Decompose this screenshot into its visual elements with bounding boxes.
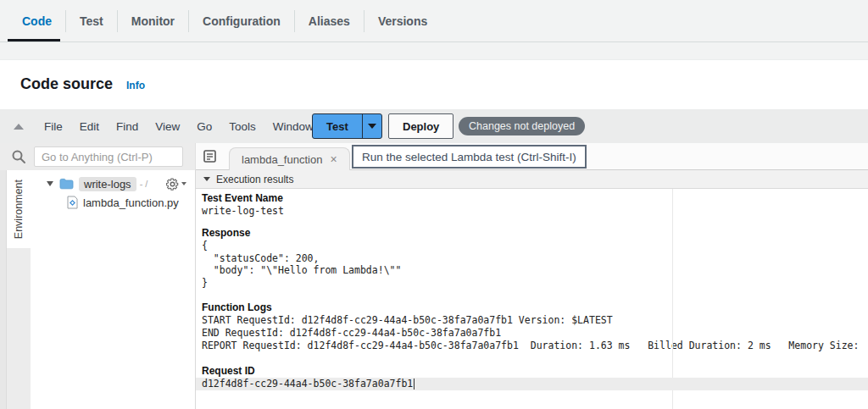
request-id-label: Request ID: [202, 365, 868, 378]
tree-row-folder[interactable]: write-logs - /: [31, 174, 195, 193]
menu-file[interactable]: File: [36, 120, 71, 133]
results-pane: Execution results Test Event Name write-…: [196, 170, 868, 409]
file-name: lambda_function.py: [83, 196, 179, 209]
menu-go[interactable]: Go: [188, 120, 220, 133]
text-cursor: [414, 379, 415, 390]
chevron-down-icon[interactable]: [47, 181, 53, 186]
function-logs-label: Function Logs: [202, 301, 868, 314]
info-link[interactable]: Info: [126, 80, 145, 91]
deploy-button[interactable]: Deploy: [388, 113, 453, 139]
tabbar-rule: [0, 41, 868, 42]
chevron-down-icon: [181, 182, 186, 185]
menu-find[interactable]: Find: [108, 120, 147, 133]
editor-tab-lambda-function[interactable]: lambda_function ×: [229, 147, 350, 170]
test-dropdown-button[interactable]: [362, 114, 381, 138]
environment-rail-label: Environment: [13, 180, 25, 239]
file-tree-panel: write-logs - /: [31, 170, 196, 409]
run-test-tooltip: Run the selected Lambda test (Ctrl-Shift…: [352, 145, 587, 169]
folder-name: write-logs: [79, 177, 136, 191]
test-event-name-label: Test Event Name: [202, 192, 868, 205]
card-header: Code source Info: [0, 60, 868, 109]
execution-results-label: Execution results: [216, 174, 293, 185]
request-id-line[interactable]: d12f4d8f-cc29-44a4-b50c-38fa7a0a7fb1: [196, 378, 868, 390]
chevron-down-icon: [203, 177, 210, 181]
environment-rail-tab[interactable]: Environment: [7, 170, 31, 248]
gear-icon: [166, 178, 179, 191]
go-to-anything-input[interactable]: [34, 146, 183, 167]
tree-settings-control[interactable]: [166, 178, 186, 191]
search-area: [0, 143, 196, 170]
tab-configuration[interactable]: Configuration: [189, 0, 294, 42]
folder-path-suffix: - /: [140, 179, 148, 189]
menu-view[interactable]: View: [147, 120, 188, 133]
test-button[interactable]: Test: [313, 114, 362, 138]
folder-icon: [59, 178, 74, 190]
python-file-icon: [67, 196, 78, 209]
page-title: Code source: [20, 75, 113, 93]
request-id-value: d12f4d8f-cc29-44a4-b50c-38fa7a0a7fb1: [202, 378, 413, 390]
tab-monitor[interactable]: Monitor: [118, 0, 188, 42]
response-json: { "statusCode": 200, "body": "\"Hello fr…: [202, 240, 868, 290]
changes-not-deployed-badge: Changes not deployed: [459, 117, 585, 135]
tab-list-icon[interactable]: [203, 150, 218, 163]
editor-tab-label: lambda_function: [242, 153, 322, 166]
tab-versions[interactable]: Versions: [364, 0, 441, 42]
tab-aliases[interactable]: Aliases: [295, 0, 364, 42]
ide-body: lambda_function × Run the selected Lambd…: [0, 143, 868, 409]
collapse-menubar-icon[interactable]: [14, 124, 24, 130]
test-split-button[interactable]: Test: [312, 113, 382, 139]
side-rail: Environment: [0, 170, 31, 409]
workspace: Environment write-logs - /: [0, 170, 868, 409]
tab-code[interactable]: Code: [8, 0, 65, 42]
tree-row-file[interactable]: lambda_function.py: [31, 193, 195, 212]
ide-menubar: File Edit Find View Go Tools Window Test…: [0, 109, 868, 143]
code-source-card: Code source Info File Edit Find View Go …: [0, 59, 868, 409]
function-logs: START RequestId: d12f4d8f-cc29-44a4-b50c…: [202, 314, 868, 351]
test-event-name-value: write-log-test: [202, 205, 868, 218]
chevron-down-icon: [368, 124, 376, 129]
execution-results-header[interactable]: Execution results: [196, 170, 868, 189]
console-tab-bar: Code Test Monitor Configuration Aliases …: [0, 0, 868, 42]
tab-test[interactable]: Test: [66, 0, 117, 42]
menu-tools[interactable]: Tools: [220, 120, 264, 133]
menu-edit[interactable]: Edit: [71, 120, 108, 133]
close-icon[interactable]: ×: [330, 153, 337, 165]
print-margin-ruler: [672, 189, 673, 409]
execution-results-content[interactable]: Test Event Name write-log-test Response …: [196, 189, 868, 409]
response-label: Response: [202, 227, 868, 240]
rail-gutter: [0, 170, 7, 409]
search-icon: [11, 149, 26, 164]
